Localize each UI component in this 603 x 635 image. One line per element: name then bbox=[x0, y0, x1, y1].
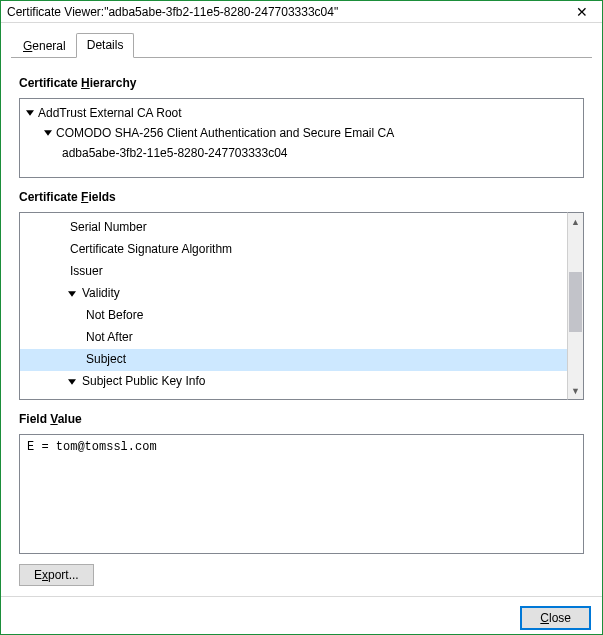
export-row: Export... bbox=[19, 564, 584, 586]
scroll-up-icon[interactable]: ▲ bbox=[568, 213, 583, 230]
chevron-down-icon[interactable] bbox=[44, 130, 52, 135]
field-row[interactable]: Subject bbox=[20, 349, 567, 371]
field-value-heading: Field Value bbox=[19, 412, 584, 426]
hierarchy-tree[interactable]: AddTrust External CA RootCOMODO SHA-256 … bbox=[19, 98, 584, 178]
field-row[interactable]: Certificate Signature Algorithm bbox=[20, 239, 567, 261]
field-row-label: Serial Number bbox=[68, 217, 147, 239]
hierarchy-row-label: COMODO SHA-256 Client Authentication and… bbox=[56, 126, 394, 140]
close-button[interactable]: Close bbox=[521, 607, 590, 629]
tab-general[interactable]: General bbox=[13, 35, 76, 58]
close-icon: ✕ bbox=[576, 4, 588, 20]
titlebar: Certificate Viewer:"adba5abe-3fb2-11e5-8… bbox=[1, 1, 602, 23]
hierarchy-row[interactable]: adba5abe-3fb2-11e5-8280-247703333c04 bbox=[26, 143, 577, 163]
fields-tree[interactable]: Serial NumberCertificate Signature Algor… bbox=[19, 212, 567, 400]
scrollbar-thumb[interactable] bbox=[569, 272, 582, 332]
scroll-down-icon[interactable]: ▼ bbox=[568, 382, 583, 399]
fields-box: Serial NumberCertificate Signature Algor… bbox=[19, 212, 584, 400]
chevron-down-icon[interactable] bbox=[26, 110, 34, 115]
tabstrip: General Details bbox=[1, 23, 602, 58]
hierarchy-row[interactable]: COMODO SHA-256 Client Authentication and… bbox=[26, 123, 577, 143]
fields-heading: Certificate Fields bbox=[19, 190, 584, 204]
field-row[interactable]: Not Before bbox=[20, 305, 567, 327]
fields-scrollbar[interactable]: ▲ ▼ bbox=[567, 212, 584, 400]
hierarchy-row[interactable]: AddTrust External CA Root bbox=[26, 103, 577, 123]
field-row[interactable]: Serial Number bbox=[20, 217, 567, 239]
dialog-footer: Close bbox=[1, 596, 602, 635]
window-close-button[interactable]: ✕ bbox=[562, 1, 602, 23]
field-value-text: E = tom@tomssl.com bbox=[27, 440, 157, 454]
field-value-box[interactable]: E = tom@tomssl.com bbox=[19, 434, 584, 554]
field-row-label: Issuer bbox=[68, 261, 103, 283]
hierarchy-row-label: AddTrust External CA Root bbox=[38, 106, 182, 120]
field-row-label: Certificate Signature Algorithm bbox=[68, 239, 232, 261]
window-title: Certificate Viewer:"adba5abe-3fb2-11e5-8… bbox=[7, 5, 338, 19]
field-row-label: Subject bbox=[84, 349, 126, 371]
field-row[interactable]: Validity bbox=[20, 283, 567, 305]
field-row-label: Subject Public Key Info bbox=[80, 371, 205, 393]
tab-details[interactable]: Details bbox=[76, 33, 135, 58]
field-row-label: Not After bbox=[84, 327, 133, 349]
hierarchy-heading: Certificate Hierarchy bbox=[19, 76, 584, 90]
hierarchy-row-label: adba5abe-3fb2-11e5-8280-247703333c04 bbox=[62, 146, 288, 160]
chevron-down-icon[interactable] bbox=[68, 291, 76, 296]
chevron-down-icon[interactable] bbox=[68, 379, 76, 384]
details-panel: Certificate Hierarchy AddTrust External … bbox=[1, 58, 602, 596]
field-row-label: Not Before bbox=[84, 305, 143, 327]
field-row-label: Validity bbox=[80, 283, 120, 305]
export-button[interactable]: Export... bbox=[19, 564, 94, 586]
scrollbar-track[interactable] bbox=[568, 230, 583, 382]
field-row[interactable]: Subject Public Key Info bbox=[20, 371, 567, 393]
field-row[interactable]: Issuer bbox=[20, 261, 567, 283]
field-row[interactable]: Not After bbox=[20, 327, 567, 349]
